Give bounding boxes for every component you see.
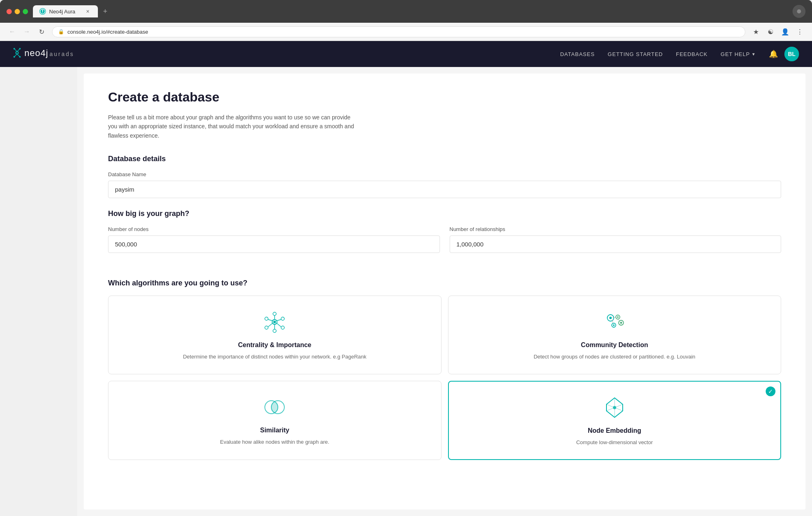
main-content: Create a database Please tell us a bit m… [84,73,806,510]
svg-point-18 [273,329,276,332]
database-name-label: Database Name [108,171,781,177]
bookmark-button[interactable]: ★ [750,26,762,37]
selected-check-icon: ✓ [766,386,775,396]
browser-addressbar: ← → ↻ 🔒 console.neo4j.io/#create-databas… [0,23,812,41]
tab-close-button[interactable]: × [84,8,91,15]
new-tab-button[interactable]: + [100,6,111,17]
browser-actions: ★ ☯ 👤 ⋮ [750,26,806,37]
svg-point-10 [13,56,15,58]
relationships-input[interactable] [450,235,782,253]
svg-line-26 [268,320,273,321]
svg-line-22 [277,320,281,321]
tab-title: Neo4j Aura [49,9,81,15]
active-tab[interactable]: Neo4j Aura × [33,5,98,17]
window-record-button [793,5,806,18]
similarity-icon [262,394,288,420]
svg-point-35 [613,324,615,326]
community-icon [602,309,628,335]
svg-point-29 [609,317,612,319]
svg-point-20 [265,317,268,320]
svg-point-31 [617,316,619,318]
browser-titlebar: Neo4j Aura × + [0,0,812,23]
svg-point-16 [281,317,284,320]
centrality-icon [262,309,288,335]
database-details-section-title: Database details [108,155,781,163]
svg-point-11 [19,56,21,58]
node-embedding-desc: Compute low-dimensional vector [576,438,653,447]
similarity-name: Similarity [260,427,289,434]
extensions-button[interactable]: ☯ [765,26,776,37]
svg-point-3 [16,52,18,54]
logo: neo4j aurads [13,45,86,63]
chevron-down-icon: ▼ [751,52,756,56]
forward-button[interactable]: → [21,26,32,37]
nav-feedback[interactable]: FEEDBACK [676,51,708,57]
node-embedding-icon [602,395,628,421]
graph-size-row: Number of nodes Number of relationships [108,226,781,264]
centrality-desc: Determine the importance of distinct nod… [183,353,366,361]
browser-chrome: Neo4j Aura × + ← → ↻ 🔒 console.neo4j.io/… [0,0,812,41]
svg-line-36 [613,317,616,318]
svg-point-45 [613,406,616,409]
nav-databases[interactable]: DATABASES [560,51,595,57]
nodes-input[interactable] [108,235,440,253]
notification-bell-icon[interactable]: 🔔 [769,50,778,58]
relationships-label: Number of relationships [450,226,782,232]
database-name-group: Database Name [108,171,781,198]
page-description: Please tell us a bit more about your gra… [108,113,360,140]
url-text: console.neo4j.io/#create-database [67,29,739,35]
svg-rect-27 [273,321,276,323]
svg-point-9 [19,48,21,50]
nav-actions: 🔔 BL [769,47,799,61]
community-name: Community Detection [581,341,648,349]
menu-button[interactable]: ⋮ [794,26,806,37]
page-layout: Create a database Please tell us a bit m… [0,67,812,516]
app-wrapper: neo4j aurads DATABASES GETTING STARTED F… [0,41,812,516]
browser-tabs: Neo4j Aura × + [33,5,784,17]
close-traffic-light[interactable] [6,9,12,14]
algo-card-community[interactable]: Community Detection Detect how groups of… [448,296,782,374]
tab-favicon [39,8,46,15]
svg-point-1 [42,10,43,11]
nodes-group: Number of nodes [108,226,440,253]
svg-point-17 [281,326,284,329]
browser-nav-buttons: ← → ↻ [6,26,47,37]
database-name-input[interactable] [108,181,781,198]
nav-get-help[interactable]: GET HELP ▼ [721,51,756,57]
algorithms-section-title: Which algorithms are you going to use? [108,279,781,287]
node-embedding-name: Node Embedding [588,427,641,434]
svg-line-23 [277,323,281,327]
svg-point-15 [273,312,276,315]
algo-card-similarity[interactable]: Similarity Evaluate how alike nodes with… [108,381,442,460]
svg-text:aurads: aurads [50,51,74,57]
algorithm-grid: Centrality & Importance Determine the im… [108,296,781,460]
sidebar [0,67,77,516]
centrality-name: Centrality & Importance [238,341,311,349]
graph-size-section-title: How big is your graph? [108,209,781,218]
svg-text:neo4j: neo4j [24,48,48,58]
reload-button[interactable]: ↻ [36,26,47,37]
community-desc: Detect how groups of nodes are clustered… [534,353,695,361]
svg-point-8 [13,48,15,50]
logo-container: neo4j aurads [13,45,86,63]
algo-card-centrality[interactable]: Centrality & Importance Determine the im… [108,296,442,374]
security-icon: 🔒 [58,29,64,35]
traffic-lights [6,9,28,14]
svg-point-19 [265,326,268,329]
svg-line-25 [268,323,273,327]
nav-getting-started[interactable]: GETTING STARTED [608,51,663,57]
minimize-traffic-light[interactable] [15,9,20,14]
algo-card-node-embedding[interactable]: ✓ Node Embedding Compute lo [448,381,782,460]
profile-button[interactable]: 👤 [780,26,791,37]
svg-point-33 [620,322,622,324]
similarity-desc: Evaluate how alike nodes within the grap… [220,438,329,446]
back-button[interactable]: ← [6,26,18,37]
nodes-label: Number of nodes [108,226,440,232]
avatar[interactable]: BL [784,47,799,61]
address-bar[interactable]: 🔒 console.neo4j.io/#create-database [52,26,745,37]
nav-links: DATABASES GETTING STARTED FEEDBACK GET H… [560,51,756,57]
relationships-group: Number of relationships [450,226,782,253]
page-title: Create a database [108,90,781,105]
app-nav: neo4j aurads DATABASES GETTING STARTED F… [0,41,812,67]
fullscreen-traffic-light[interactable] [23,9,28,14]
